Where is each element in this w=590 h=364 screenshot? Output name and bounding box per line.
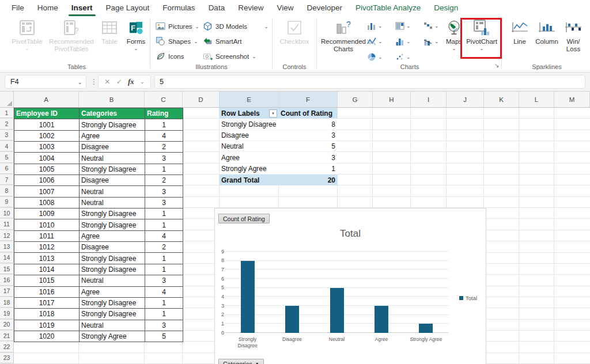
forms-button[interactable]: F Forms ⌄ <box>123 18 149 51</box>
tab-data[interactable]: Data <box>207 0 226 16</box>
checkbox-button[interactable]: Checkbox <box>277 18 312 46</box>
insert-waterfall-chart-button[interactable]: ⌄ <box>423 21 441 31</box>
table-cell[interactable]: 1002 <box>14 131 80 142</box>
bar[interactable] <box>241 261 255 333</box>
table-cell[interactable]: Neutral <box>80 198 145 208</box>
grand-total-label[interactable]: Grand Total <box>220 175 279 185</box>
column-header-b[interactable]: B <box>79 92 145 107</box>
table-cell[interactable]: 4 <box>145 231 183 242</box>
insert-pie-chart-button[interactable]: ⌄ <box>367 52 384 62</box>
pivot-row-label[interactable]: Strongly Agree <box>220 164 279 175</box>
pivot-header-cell[interactable]: Count of Rating <box>279 108 338 119</box>
pivot-row-label[interactable]: Neutral <box>220 141 279 152</box>
name-box[interactable]: F4 ⌄ <box>5 75 86 89</box>
table-cell[interactable]: 5 <box>145 331 183 342</box>
table-cell[interactable]: Strongly Agree <box>80 331 145 342</box>
table-cell[interactable]: Agree <box>80 231 145 242</box>
table-cell[interactable]: 1019 <box>14 320 80 331</box>
table-cell[interactable]: 1006 <box>14 175 80 186</box>
table-cell[interactable]: 1007 <box>14 186 80 197</box>
3d-models-button[interactable]: 3D Models ⌄ <box>203 19 268 34</box>
table-cell[interactable]: 1018 <box>14 309 80 320</box>
table-cell[interactable]: 1001 <box>14 119 80 130</box>
column-header-c[interactable]: C <box>145 92 183 107</box>
table-cell[interactable]: 1 <box>145 208 183 219</box>
pivot-value[interactable]: 1 <box>279 164 338 175</box>
bar[interactable] <box>285 306 299 333</box>
pivot-row-label[interactable]: Disagree <box>220 130 279 141</box>
table-cell[interactable]: 1 <box>145 264 183 275</box>
row-header-19[interactable]: 19 <box>0 308 14 318</box>
table-cell[interactable]: 1011 <box>14 231 80 242</box>
row-header-20[interactable]: 20 <box>0 320 14 330</box>
table-header-cell[interactable]: Categories <box>80 108 145 119</box>
column-header-m[interactable]: M <box>554 92 590 107</box>
grand-total-value[interactable]: 20 <box>279 175 338 185</box>
table-cell[interactable]: 2 <box>145 175 183 186</box>
table-cell[interactable]: Neutral <box>80 320 145 331</box>
table-cell[interactable]: Strongly Disagree <box>80 208 145 219</box>
table-header-cell[interactable]: Employee ID <box>14 108 80 119</box>
row-header-18[interactable]: 18 <box>0 297 14 308</box>
tab-pivottable-analyze[interactable]: PivotTable Analyze <box>354 0 422 16</box>
sparkline-column-button[interactable]: Column <box>534 18 560 46</box>
table-cell[interactable]: 1008 <box>14 198 80 208</box>
row-header-11[interactable]: 11 <box>0 219 14 230</box>
bar[interactable] <box>375 306 388 333</box>
tab-view[interactable]: View <box>275 0 294 16</box>
insert-scatter-chart-button[interactable]: ⌄ <box>395 52 413 62</box>
table-cell[interactable]: 1017 <box>14 298 80 309</box>
pivot-filter-button[interactable]: ▼ <box>269 109 277 117</box>
tab-file[interactable]: File <box>10 0 25 16</box>
tab-formulas[interactable]: Formulas <box>161 0 196 16</box>
table-cell[interactable]: 1 <box>145 309 183 320</box>
table-cell[interactable]: 1 <box>145 219 183 230</box>
select-all-button[interactable] <box>0 92 14 107</box>
row-header-1[interactable]: 1 <box>0 108 14 118</box>
insert-statistic-chart-button[interactable]: ⌄ <box>395 37 413 46</box>
table-cell[interactable]: Strongly Disagree <box>80 253 145 264</box>
table-cell[interactable]: 1004 <box>14 153 80 164</box>
row-header-5[interactable]: 5 <box>0 152 14 162</box>
dots-separator-icon[interactable]: ⋮ <box>90 78 97 86</box>
row-header-16[interactable]: 16 <box>0 275 14 285</box>
tab-review[interactable]: Review <box>237 0 264 16</box>
sparkline-winloss-button[interactable]: Win/ Loss <box>562 18 584 53</box>
table-cell[interactable]: Disagree <box>80 142 145 153</box>
column-header-h[interactable]: H <box>373 92 411 107</box>
row-header-22[interactable]: 22 <box>0 342 14 352</box>
pivot-value[interactable]: 3 <box>279 152 338 163</box>
row-header-7[interactable]: 7 <box>0 175 14 185</box>
row-header-12[interactable]: 12 <box>0 230 14 241</box>
pivot-row-label[interactable]: Strongly Disagree <box>220 119 279 130</box>
chart-field-button-axis[interactable]: Categories ▼ <box>218 359 264 364</box>
row-header-9[interactable]: 9 <box>0 197 14 207</box>
row-header-23[interactable]: 23 <box>0 353 14 363</box>
table-cell[interactable]: 1003 <box>14 142 80 153</box>
dialog-launcher-icon[interactable]: ↘ <box>494 62 499 69</box>
table-cell[interactable]: Agree <box>80 287 145 298</box>
table-cell[interactable]: 1014 <box>14 264 80 275</box>
column-header-a[interactable]: A <box>14 92 79 107</box>
table-cell[interactable]: 1 <box>145 253 183 264</box>
column-header-g[interactable]: G <box>338 92 373 107</box>
cancel-icon[interactable]: ✕ <box>104 78 110 86</box>
tab-insert[interactable]: Insert <box>70 0 94 16</box>
tab-developer[interactable]: Developer <box>305 0 343 16</box>
table-cell[interactable]: 1016 <box>14 287 80 298</box>
sparkline-line-button[interactable]: Line <box>508 18 531 46</box>
pivotchart-button[interactable]: PivotChart ⌄ <box>464 18 499 51</box>
table-cell[interactable]: 1013 <box>14 253 80 264</box>
table-cell[interactable]: 1012 <box>14 242 80 253</box>
row-header-3[interactable]: 3 <box>0 130 14 141</box>
enter-icon[interactable]: ✓ <box>116 78 122 86</box>
table-cell[interactable]: 2 <box>145 142 183 153</box>
row-header-15[interactable]: 15 <box>0 264 14 274</box>
table-cell[interactable]: Strongly Disagree <box>80 219 145 230</box>
smartart-button[interactable]: SmartArt <box>203 34 268 49</box>
row-header-21[interactable]: 21 <box>0 331 14 341</box>
table-header-cell[interactable]: Rating <box>145 108 183 119</box>
column-header-l[interactable]: L <box>519 92 554 107</box>
table-cell[interactable]: Strongly Disagree <box>80 298 145 309</box>
insert-combo-chart-button[interactable]: ⌄ <box>423 37 441 46</box>
